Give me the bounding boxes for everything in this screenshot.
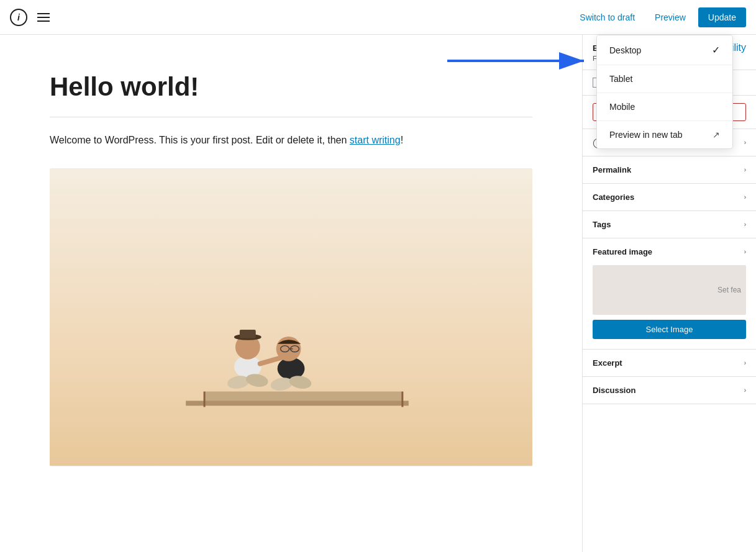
dropdown-desktop-label: Desktop [609, 45, 641, 55]
permalink-chevron-icon: › [744, 166, 746, 173]
discussion-title: Discussion [593, 386, 635, 395]
post-content[interactable]: Welcome to WordPress. This is your first… [50, 132, 532, 148]
excerpt-chevron-icon: › [744, 360, 746, 366]
post-content-text: Welcome to WordPress. This is your first… [50, 135, 350, 145]
featured-image-thumb-text: Set fea [717, 286, 741, 294]
hamburger-menu-icon[interactable] [37, 13, 50, 22]
switch-to-draft-button[interactable]: Switch to draft [572, 9, 642, 26]
info-icon[interactable]: i [10, 9, 27, 26]
dropdown-item-preview-tab[interactable]: Preview in new tab ↗ [597, 121, 732, 148]
preview-dropdown-menu: Desktop ✓ Tablet Mobile Preview in new t… [596, 35, 733, 149]
update-button[interactable]: Update [698, 7, 746, 27]
post-image-block[interactable] [50, 168, 532, 466]
permalink-title: Permalink [593, 165, 631, 174]
categories-chevron-icon: › [744, 194, 746, 201]
dropdown-mobile-label: Mobile [609, 102, 635, 112]
discussion-section: Discussion › [583, 377, 756, 404]
revisions-chevron-icon: › [744, 139, 746, 146]
excerpt-header[interactable]: Excerpt › [583, 350, 756, 376]
categories-title: Categories [593, 192, 634, 202]
featured-image-chevron-icon: › [744, 248, 746, 255]
featured-image-thumb: Set fea [593, 265, 746, 315]
dropdown-item-mobile[interactable]: Mobile [597, 93, 732, 121]
featured-image-title: Featured image [593, 247, 652, 256]
dropdown-item-tablet[interactable]: Tablet [597, 65, 732, 93]
editor-area: Hello world! Welcome to WordPress. This … [0, 35, 582, 552]
external-link-icon: ↗ [713, 130, 720, 140]
topbar-left: i [10, 9, 50, 26]
tags-header[interactable]: Tags › [583, 211, 756, 238]
tags-section: Tags › [583, 211, 756, 238]
tags-title: Tags [593, 220, 611, 229]
topbar-right: Switch to draft Preview Update [572, 7, 746, 27]
dropdown-preview-tab-label: Preview in new tab [609, 130, 683, 140]
featured-image-section: Featured image › Set fea Select Image [583, 238, 756, 350]
excerpt-title: Excerpt [593, 358, 622, 368]
dropdown-tablet-label: Tablet [609, 74, 632, 84]
svg-rect-10 [240, 330, 256, 338]
dropdown-item-desktop[interactable]: Desktop ✓ [597, 35, 732, 65]
permalink-section: Permalink › [583, 156, 756, 184]
permalink-header[interactable]: Permalink › [583, 156, 756, 183]
tags-chevron-icon: › [744, 221, 746, 228]
select-image-button[interactable]: Select Image [593, 320, 746, 339]
post-divider [50, 117, 532, 117]
post-content-suffix: ! [401, 135, 403, 145]
svg-rect-0 [50, 169, 532, 466]
featured-image-header[interactable]: Featured image › [583, 238, 756, 265]
svg-rect-2 [186, 400, 409, 405]
checkmark-icon: ✓ [712, 44, 720, 56]
topbar: i Switch to draft Preview Update [0, 0, 756, 35]
post-image-svg [50, 168, 532, 466]
post-content-link[interactable]: start writing [350, 135, 401, 145]
post-title[interactable]: Hello world! [50, 72, 532, 102]
preview-button[interactable]: Preview [647, 9, 693, 26]
discussion-header[interactable]: Discussion › [583, 377, 756, 404]
categories-header[interactable]: Categories › [583, 184, 756, 210]
excerpt-section: Excerpt › [583, 350, 756, 377]
discussion-chevron-icon: › [744, 387, 746, 394]
categories-section: Categories › [583, 184, 756, 211]
